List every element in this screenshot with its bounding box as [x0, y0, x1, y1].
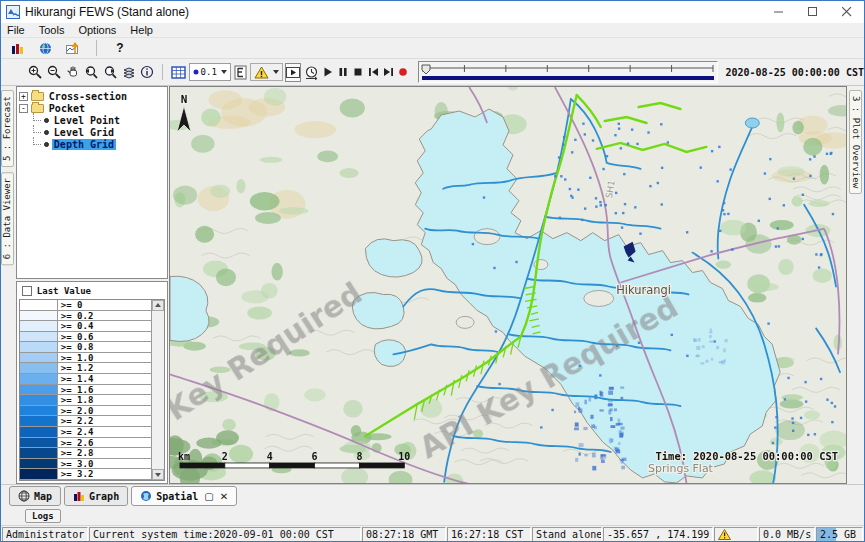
pan-button[interactable] [65, 63, 81, 82]
legend-threshold-label: >= 0.6 [58, 332, 151, 342]
map-panel-button[interactable] [35, 39, 55, 58]
legend-threshold-label: >= 1.2 [58, 363, 151, 373]
legend-row[interactable]: >= 0 [20, 300, 151, 311]
legend-threshold-label: >= 2.4 [58, 427, 151, 437]
legend-row[interactable]: >= 0.6 [20, 332, 151, 343]
timeline-slider[interactable] [418, 61, 718, 83]
blue-dot-icon [193, 69, 199, 75]
layers-button[interactable] [121, 63, 137, 82]
legend-row[interactable]: >= 0.2 [20, 311, 151, 322]
timeline-handle[interactable] [422, 65, 430, 74]
info-button[interactable] [139, 63, 155, 82]
logs-tab[interactable]: Logs [25, 509, 61, 523]
zoom-previous-icon [84, 65, 99, 80]
zoom-previous-button[interactable] [83, 63, 100, 82]
menu-options[interactable]: Options [78, 24, 116, 36]
node-bullet-icon [44, 142, 49, 147]
timeseries-panel-button[interactable] [63, 39, 83, 58]
legend-row[interactable]: >= 1.4 [20, 374, 151, 385]
last-value-option[interactable]: Last Value [19, 284, 165, 299]
last-value-checkbox[interactable] [22, 286, 32, 296]
hand-pan-icon [66, 65, 80, 79]
scroll-up-button[interactable] [152, 300, 164, 311]
menu-file[interactable]: File [7, 24, 25, 36]
scalebar-unit-label: km [178, 451, 190, 462]
close-button[interactable] [830, 1, 864, 23]
tab-data-viewer[interactable]: 6 : Data Viewer [1, 172, 14, 265]
scroll-down-button[interactable] [152, 469, 164, 480]
animation-button[interactable] [285, 63, 301, 82]
status-warning-cell[interactable] [714, 527, 758, 542]
pause-button[interactable] [337, 63, 350, 82]
globe-icon [140, 490, 152, 502]
legend-row[interactable]: >= 2.8 [20, 448, 151, 459]
zoom-in-button[interactable] [27, 63, 44, 82]
scalebar-tick-label: 6 [312, 451, 318, 462]
timeline-track [419, 62, 717, 82]
wireframe-globe-icon [18, 490, 30, 502]
status-warning-icon [718, 529, 731, 540]
interval-dropdown[interactable]: 0.1 [189, 63, 231, 81]
help-icon: ? [116, 41, 123, 55]
legend-row[interactable]: >= 1.6 [20, 385, 151, 396]
tree-item-pocket[interactable]: Pocket [19, 102, 165, 114]
legend-color-swatch [20, 395, 58, 405]
skip-to-start-button[interactable] [367, 63, 380, 82]
area-label: Springs Flat [648, 462, 714, 475]
close-view-icon[interactable]: ✕ [220, 491, 228, 502]
skip-to-end-button[interactable] [382, 63, 395, 82]
play-button[interactable] [322, 63, 335, 82]
tree-item-depth-grid[interactable]: Depth Grid [19, 138, 165, 150]
maximize-button[interactable] [796, 1, 830, 23]
zoom-out-icon [47, 65, 62, 80]
menu-tools[interactable]: Tools [39, 24, 65, 36]
zoom-next-button[interactable] [102, 63, 119, 82]
tree-item-cross-section[interactable]: Cross-section [19, 90, 165, 102]
menu-help[interactable]: Help [130, 24, 153, 36]
legend-row[interactable]: >= 0.8 [20, 342, 151, 353]
main-area: 5 : Forecast 6 : Data Viewer Cross-secti… [1, 86, 864, 484]
tree-connector [33, 125, 41, 133]
expand-plus-icon[interactable] [19, 92, 28, 101]
legend-row[interactable]: >= 2.6 [20, 438, 151, 449]
tab-graph[interactable]: Graph [64, 486, 128, 506]
scroll-down-icon [155, 473, 161, 477]
thresholds-dropdown[interactable] [250, 63, 283, 81]
layers-icon [122, 65, 136, 79]
maximize-view-icon[interactable]: ▢ [204, 491, 213, 502]
tab-plot-overview[interactable]: 3 : Plot Overview [849, 90, 862, 194]
legend-row[interactable]: >= 1.2 [20, 363, 151, 374]
record-button[interactable] [397, 63, 410, 82]
folder-icon [31, 104, 44, 113]
tab-forecast[interactable]: 5 : Forecast [1, 90, 14, 167]
profile-display-button[interactable] [233, 63, 248, 82]
legend-rows: >= 0>= 0.2>= 0.4>= 0.6>= 0.8>= 1.0>= 1.2… [20, 300, 151, 480]
map-canvas[interactable]: API Key Required API Key Required SH1 Hi… [170, 87, 846, 483]
tab-map[interactable]: Map [9, 486, 61, 506]
legend-row[interactable]: >= 2.4 [20, 427, 151, 438]
legend-scrollbar[interactable] [151, 300, 164, 480]
legend-row[interactable]: >= 2.2 [20, 416, 151, 427]
legend-color-swatch [20, 469, 58, 479]
tab-spatial[interactable]: Spatial ▢ ✕ [131, 486, 237, 506]
play-box-icon [286, 67, 300, 78]
help-button[interactable]: ? [110, 39, 130, 58]
minimize-button[interactable] [762, 1, 796, 23]
logs-panel-bar: Logs [1, 507, 864, 525]
legend-row[interactable]: >= 3.0 [20, 459, 151, 470]
legend-row[interactable]: >= 0.4 [20, 321, 151, 332]
legend-row[interactable]: >= 1.0 [20, 353, 151, 364]
grid-display-button[interactable] [170, 63, 187, 82]
status-system-time: Current system time:2020-09-01 00:00 CST [89, 527, 361, 542]
logs-panel-button[interactable] [7, 39, 27, 58]
legend-row[interactable]: >= 2.0 [20, 406, 151, 417]
time-navigator-button[interactable] [303, 63, 320, 82]
legend-row[interactable]: >= 1.8 [20, 395, 151, 406]
tree-connector [33, 137, 41, 145]
collapse-minus-icon[interactable] [19, 104, 28, 113]
legend-row[interactable]: >= 3.2 [20, 469, 151, 480]
left-tab-strip: 5 : Forecast 6 : Data Viewer [1, 86, 15, 484]
legend-panel: Last Value >= 0>= 0.2>= 0.4>= 0.6>= 0.8>… [16, 281, 168, 484]
stop-button[interactable] [352, 63, 365, 82]
zoom-out-button[interactable] [46, 63, 63, 82]
